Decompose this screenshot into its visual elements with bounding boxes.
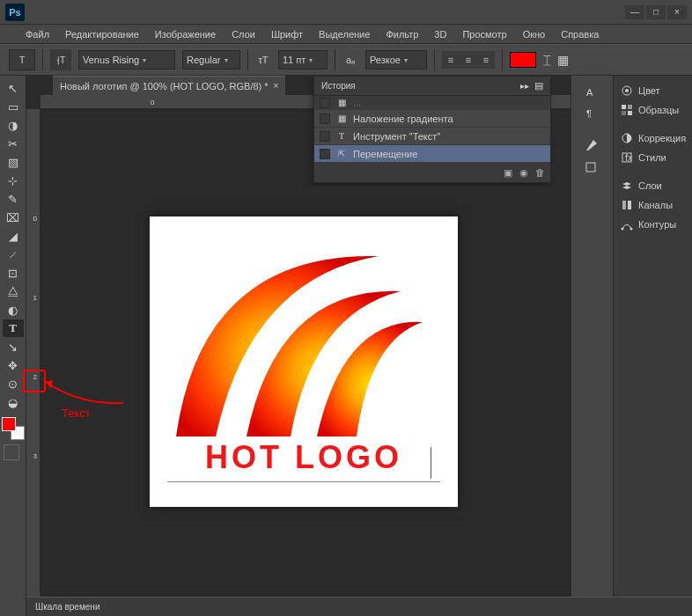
character-panel-button[interactable]: ▦	[557, 53, 569, 67]
tool-eyedropper[interactable]: ▧	[3, 153, 24, 171]
tool-history-brush[interactable]: ◢	[3, 227, 24, 245]
panel-channels[interactable]: Каналы	[617, 195, 688, 215]
panel-collapse-icon[interactable]: ▸▸	[520, 81, 529, 91]
dock-para-icon[interactable]: ¶	[575, 104, 608, 123]
tool-marquee[interactable]: ▭	[3, 98, 24, 115]
vertical-ruler[interactable]: 0 1 2 3	[26, 109, 40, 598]
svg-point-4	[625, 89, 629, 92]
antialiasing-icon: aₐ	[342, 52, 358, 68]
text-color-swatch[interactable]	[510, 52, 536, 68]
antialiasing-dropdown[interactable]: Резкое▾	[365, 50, 427, 70]
tool-stamp[interactable]: ⌧	[3, 209, 24, 226]
panel-adjustments[interactable]: Коррекция	[617, 128, 688, 148]
tool-move[interactable]: ↖	[3, 79, 24, 97]
warp-text-button[interactable]: ⌶	[543, 53, 550, 67]
new-doc-from-state-icon[interactable]: ▣	[504, 167, 512, 179]
tool-eraser[interactable]: ⟋	[3, 246, 24, 263]
menu-layers[interactable]: Слои	[224, 26, 263, 43]
tool-shape[interactable]: ✥	[3, 356, 24, 374]
document-title: Новый логотип @ 100% (HOT LOGO, RGB/8) *	[60, 81, 269, 92]
snapshot-icon[interactable]: ◉	[519, 167, 528, 179]
align-right-button[interactable]: ≡	[477, 51, 495, 69]
history-panel[interactable]: История ▸▸ ▤ ▦… ▦ Наложение градиента T …	[313, 76, 551, 183]
font-family-dropdown[interactable]: Venus Rising▾	[78, 50, 175, 70]
collapsed-panel-dock: A ¶	[571, 76, 613, 616]
svg-point-15	[630, 228, 633, 231]
svg-rect-12	[622, 201, 626, 209]
menu-image[interactable]: Изображение	[147, 26, 224, 43]
panel-swatches[interactable]: Образцы	[617, 100, 688, 120]
svg-rect-13	[628, 201, 631, 209]
align-center-button[interactable]: ≡	[460, 51, 477, 69]
tool-blur[interactable]: ⧋	[3, 282, 24, 300]
history-header[interactable]: История ▸▸ ▤	[314, 77, 550, 96]
delete-state-icon[interactable]: 🗑	[535, 167, 545, 178]
history-item-label: Инструмент "Текст"	[353, 131, 440, 142]
tool-pen[interactable]: ◐	[3, 301, 24, 319]
menu-edit[interactable]: Редактирование	[57, 26, 147, 43]
canvas[interactable]: HOT LOGO	[150, 216, 458, 507]
menu-filter[interactable]: Фильтр	[378, 26, 426, 43]
menu-window[interactable]: Окно	[515, 26, 554, 43]
menu-help[interactable]: Справка	[553, 26, 607, 43]
quick-mask-toggle[interactable]	[4, 444, 19, 460]
tool-gradient[interactable]: ⊡	[3, 264, 24, 282]
panel-paths[interactable]: Контуры	[617, 215, 688, 234]
svg-text:fx: fx	[625, 152, 633, 163]
history-item[interactable]: T Инструмент "Текст"	[314, 128, 550, 145]
panel-menu-icon[interactable]: ▤	[534, 80, 543, 92]
canvas-text-layer[interactable]: HOT LOGO	[167, 439, 440, 482]
menu-select[interactable]: Выделение	[311, 26, 378, 43]
tool-zoom[interactable]: ◒	[3, 393, 24, 411]
history-checkbox[interactable]	[320, 149, 330, 159]
tool-lasso[interactable]: ◑	[3, 116, 24, 134]
history-item-label: Перемещение	[353, 149, 417, 159]
toolbox: ↖ ▭ ◑ ✂ ▧ ⊹ ✎ ⌧ ◢ ⟋ ⊡ ⧋ ◐ T ↘ ✥ ⊙ ◒	[0, 76, 26, 616]
tool-crop[interactable]: ✂	[3, 135, 24, 152]
tool-hand[interactable]: ⊙	[3, 375, 24, 392]
svg-rect-6	[628, 105, 632, 109]
panel-styles[interactable]: fxСтили	[617, 148, 688, 167]
align-left-button[interactable]: ≡	[442, 51, 460, 69]
history-snapshot-row[interactable]: ▦…	[314, 96, 550, 110]
history-item[interactable]: ⇱ Перемещение	[314, 145, 550, 163]
panel-dock: Цвет Образцы Коррекция fxСтили Слои Кана…	[613, 76, 692, 616]
panel-layers[interactable]: Слои	[617, 176, 688, 195]
move-icon: ⇱	[335, 148, 348, 160]
text-orientation-toggle[interactable]: ⸡T	[50, 49, 71, 70]
font-weight-dropdown[interactable]: Regular▾	[182, 50, 240, 70]
dock-char-icon[interactable]: A	[575, 83, 608, 102]
gradient-icon: ▦	[335, 113, 348, 125]
foreground-color[interactable]	[2, 417, 16, 431]
timeline-panel[interactable]: Шкала времени	[26, 597, 692, 616]
history-checkbox[interactable]	[320, 114, 330, 124]
maximize-button[interactable]: □	[646, 5, 666, 19]
font-size-dropdown[interactable]: 11 пт▾	[278, 50, 328, 70]
close-button[interactable]: ×	[667, 5, 687, 19]
history-item[interactable]: ▦ Наложение градиента	[314, 110, 550, 128]
document-tab[interactable]: Новый логотип @ 100% (HOT LOGO, RGB/8) *…	[53, 76, 285, 95]
dock-clone-icon[interactable]	[575, 157, 608, 176]
svg-text:A: A	[586, 87, 593, 98]
text-align-group: ≡ ≡ ≡	[442, 51, 495, 69]
font-size-icon: τT	[255, 52, 271, 68]
menu-file[interactable]: Файл	[18, 26, 57, 43]
text-cursor	[431, 447, 431, 479]
svg-rect-5	[622, 105, 626, 109]
dock-brush-icon[interactable]	[575, 136, 608, 155]
menu-bar: Файл Редактирование Изображение Слои Шри…	[0, 25, 692, 44]
tool-brush[interactable]: ✎	[3, 190, 24, 208]
menu-type[interactable]: Шрифт	[263, 26, 311, 43]
menu-3d[interactable]: 3D	[426, 26, 454, 43]
timeline-label: Шкала времени	[35, 602, 99, 612]
tab-close-icon[interactable]: ×	[274, 81, 279, 91]
color-swatches[interactable]	[2, 417, 25, 440]
menu-view[interactable]: Просмотр	[454, 26, 514, 43]
tool-type[interactable]: T	[3, 319, 24, 337]
tool-healing[interactable]: ⊹	[3, 172, 24, 189]
tool-path-select[interactable]: ↘	[3, 338, 24, 356]
panel-color[interactable]: Цвет	[617, 81, 688, 100]
history-checkbox[interactable]	[320, 131, 330, 142]
current-tool-indicator[interactable]: T	[9, 49, 35, 70]
minimize-button[interactable]: —	[625, 5, 644, 19]
